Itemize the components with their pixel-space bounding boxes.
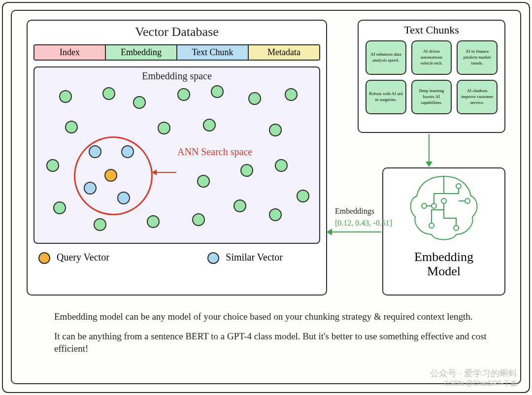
description-text: Embedding model can be any model of your…	[54, 310, 493, 362]
vector-dot	[65, 121, 78, 133]
vector-dot	[46, 159, 59, 172]
description-p1: Embedding model can be any model of your…	[54, 310, 493, 323]
description-p2: It can be anything from a sentence BERT …	[54, 330, 493, 355]
svg-point-5	[429, 223, 434, 228]
vector-dot	[248, 92, 261, 105]
vector-dot	[102, 87, 115, 100]
arrow-chunks-to-model	[429, 134, 430, 165]
vector-database-panel: Vector Database Index Embedding Text Chu…	[27, 20, 327, 296]
vector-dot	[94, 218, 106, 231]
svg-point-0	[432, 203, 436, 208]
similar-vector-dot	[117, 192, 130, 204]
text-chunks-title: Text Chunks	[359, 21, 504, 40]
column-text-chunk: Text Chunk	[177, 45, 249, 60]
ann-arrow	[153, 172, 176, 173]
embedding-model-panel: Embedding Model	[382, 167, 505, 296]
vector-dot	[59, 90, 72, 103]
svg-point-3	[465, 198, 470, 203]
vector-dot	[233, 199, 246, 212]
text-chunks-panel: Text Chunks AI enhances data analysis sp…	[358, 20, 505, 133]
vector-dot	[285, 88, 298, 101]
embeddings-example-vector: [0.12, 0.43, -0.51]	[335, 219, 392, 228]
brain-circuit-icon	[404, 171, 483, 245]
embedding-space: Embedding space ANN Search space	[33, 66, 320, 244]
legend-query: Query Vector	[38, 252, 109, 264]
embeddings-label: Embeddings	[335, 207, 374, 216]
embedding-space-title: Embedding space	[34, 67, 319, 82]
legend-query-label: Query Vector	[57, 252, 109, 263]
vector-dot	[240, 164, 253, 177]
svg-point-1	[422, 203, 427, 208]
text-chunk: Robots with AI aid in surgeries.	[366, 80, 406, 114]
similar-swatch-icon	[207, 252, 219, 264]
vector-dot	[53, 201, 66, 214]
watermark-wechat: 公众号 · 爱学习的蝌蚪	[430, 367, 517, 379]
svg-point-6	[441, 198, 446, 203]
embedding-model-title-l2: Model	[427, 264, 461, 278]
vector-dot	[158, 122, 170, 134]
ann-search-label: ANN Search space	[177, 146, 252, 158]
legend: Query Vector Similar Vector	[28, 244, 326, 264]
vector-dot	[211, 85, 224, 98]
vector-dot	[192, 213, 205, 226]
vector-dot	[133, 96, 146, 109]
similar-vector-dot	[121, 145, 134, 158]
vector-dot	[177, 88, 190, 101]
vector-database-columns: Index Embedding Text Chunk Metadata	[33, 44, 320, 61]
column-index: Index	[34, 45, 106, 60]
vector-dot	[269, 124, 282, 136]
vector-dot	[203, 119, 216, 132]
text-chunk: AI enhances data analysis speed.	[366, 40, 406, 75]
svg-point-2	[456, 184, 461, 189]
text-chunks-grid: AI enhances data analysis speed. AI driv…	[359, 40, 504, 119]
similar-vector-dot	[89, 145, 101, 158]
vector-dot	[269, 208, 282, 221]
embedding-model-title: Embedding Model	[383, 250, 504, 278]
column-metadata: Metadata	[249, 45, 319, 60]
text-chunk: AI drives autonomous vehicle tech.	[411, 40, 452, 75]
similar-vector-dot	[84, 182, 97, 195]
legend-similar: Similar Vector	[207, 252, 283, 264]
svg-point-4	[454, 226, 459, 230]
column-embedding: Embedding	[106, 45, 177, 60]
vector-dot	[297, 190, 309, 202]
query-vector-dot	[104, 169, 117, 182]
watermark-csdn: CSDN @ChatGPT-千鑫	[430, 379, 517, 388]
vector-dot	[147, 215, 160, 228]
text-chunk: Deep learning boosts AI capabilities.	[411, 80, 452, 114]
query-swatch-icon	[38, 252, 50, 264]
text-chunk: AI chatbots improve customer service.	[457, 80, 498, 114]
embedding-model-title-l1: Embedding	[414, 250, 473, 264]
text-chunk: AI in finance predicts market trends.	[457, 40, 498, 75]
vector-database-title: Vector Database	[28, 21, 326, 44]
watermark: 公众号 · 爱学习的蝌蚪 CSDN @ChatGPT-千鑫	[430, 367, 517, 388]
vector-dot	[275, 159, 288, 172]
arrow-model-to-db	[328, 231, 381, 232]
vector-dot	[197, 175, 210, 188]
legend-similar-label: Similar Vector	[226, 252, 283, 263]
